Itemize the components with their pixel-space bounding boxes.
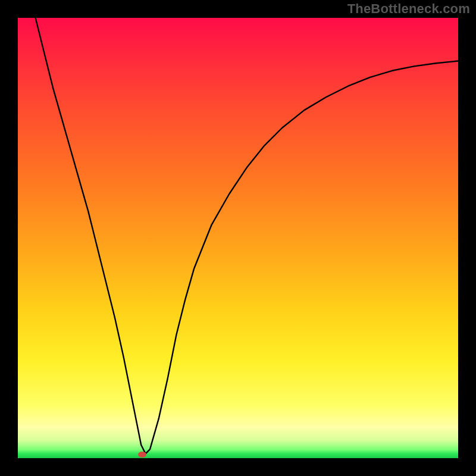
watermark-text: TheBottleneck.com <box>347 1 470 17</box>
plot-area <box>18 18 458 458</box>
optimum-marker <box>138 452 146 458</box>
chart-frame: TheBottleneck.com <box>0 0 476 476</box>
bottleneck-curve <box>18 18 458 458</box>
